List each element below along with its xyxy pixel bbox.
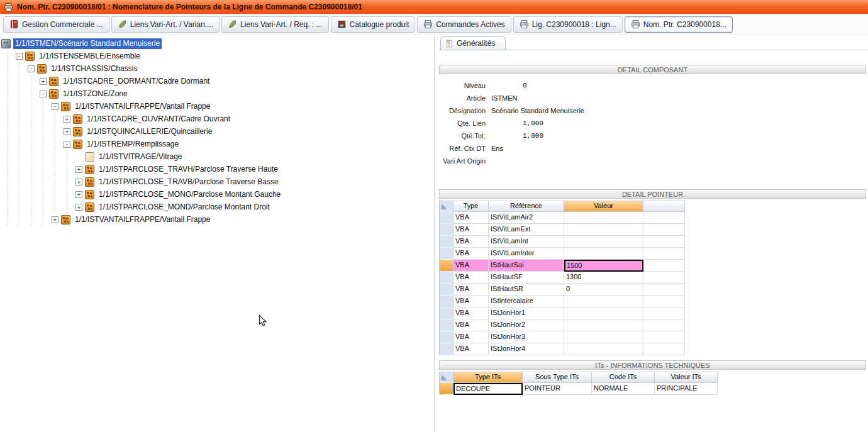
tree-item[interactable]: -1/1/ISTVANTAILFRAPPE/Vantail Frappe bbox=[1, 100, 434, 113]
pointer-valeur-cell[interactable] bbox=[564, 236, 643, 248]
tree-item[interactable]: 1/1/ISTVITRAGE/Vitrage bbox=[1, 150, 434, 163]
its-cell[interactable]: DECOUPE bbox=[453, 383, 523, 395]
pointer-type-cell[interactable]: VBA bbox=[453, 331, 489, 343]
pointer-valeur-cell[interactable] bbox=[564, 319, 643, 331]
expand-plus-icon[interactable]: + bbox=[40, 78, 47, 85]
pointer-valeur-cell[interactable] bbox=[564, 224, 643, 236]
row-selector[interactable] bbox=[440, 296, 453, 307]
column-header-valeur-its[interactable]: Valeur ITs bbox=[655, 372, 718, 383]
tab-liens-vari-art-variantes[interactable]: Liens Vari-Art. / Varian.... bbox=[111, 16, 220, 33]
collapse-minus-icon[interactable]: - bbox=[16, 53, 23, 60]
pointer-reference-cell[interactable]: IStVitLamExt bbox=[489, 224, 564, 236]
pointer-type-cell[interactable]: VBA bbox=[453, 284, 489, 296]
expand-plus-icon[interactable]: + bbox=[52, 216, 58, 223]
pointer-type-cell[interactable]: VBA bbox=[453, 236, 489, 248]
tab-liens-vari-art-req[interactable]: Liens Vari-Art. / Req. : ... bbox=[221, 16, 329, 33]
pointer-type-cell[interactable]: VBA bbox=[453, 343, 489, 355]
tree-item[interactable]: -1/1/ISTENSEMBLE/Ensemble bbox=[1, 50, 434, 62]
pointer-reference-cell[interactable]: IStJonHor4 bbox=[489, 343, 564, 355]
tree-item[interactable]: -1/1/ISTZONE/Zone bbox=[1, 87, 434, 100]
its-cell[interactable]: NORMALE bbox=[592, 383, 655, 395]
pointer-type-cell[interactable]: VBA bbox=[453, 212, 489, 224]
field-row: Réf. Ctx DTEns bbox=[439, 142, 868, 155]
tree-item[interactable]: +1/1/ISTVANTAILFRAPPE/Vantail Frappe bbox=[1, 213, 434, 226]
tab-nom-ptr-c230900018[interactable]: Nom. Ptr. C230900018... bbox=[625, 16, 733, 33]
tab-catalogue-produit[interactable]: Catalogue produit bbox=[331, 16, 416, 33]
pointer-reference-cell[interactable]: IStJonHor2 bbox=[489, 319, 564, 331]
pointer-type-cell[interactable]: VBA bbox=[453, 296, 489, 307]
expand-plus-icon[interactable]: + bbox=[75, 179, 82, 186]
row-selector[interactable] bbox=[440, 212, 453, 224]
pointer-valeur-cell[interactable]: 0 bbox=[564, 284, 643, 296]
column-header-code-its[interactable]: Code ITs bbox=[592, 372, 655, 383]
pointer-reference-cell[interactable]: IStVitLamInter bbox=[489, 248, 564, 260]
row-selector[interactable] bbox=[440, 284, 453, 296]
column-header-sous-type-its[interactable]: Sous Type ITs bbox=[523, 372, 592, 383]
tab-gestion-commerciale[interactable]: Gestion Commerciale ... bbox=[3, 16, 109, 33]
tree-item[interactable]: +1/1/ISTPARCLOSE_TRAVB/Parclose Traverse… bbox=[1, 175, 434, 188]
expand-plus-icon[interactable]: + bbox=[64, 116, 70, 123]
tree-item[interactable]: +1/1/ISTCADRE_DORMANT/Cadre Dormant bbox=[1, 75, 434, 87]
column-header-type-its[interactable]: Type ITs bbox=[453, 372, 523, 383]
row-selector[interactable] bbox=[440, 307, 453, 319]
pointer-reference-cell[interactable]: IStHautSai bbox=[489, 260, 564, 272]
column-header-r-f-rence[interactable]: Référence bbox=[489, 201, 564, 212]
pointer-reference-cell[interactable]: IStVitLamInt bbox=[489, 236, 564, 248]
pointer-reference-cell[interactable]: IStHautSR bbox=[489, 284, 564, 296]
column-header-type[interactable]: Type bbox=[453, 201, 489, 212]
tree-item[interactable]: -1/1/ISTCHASSIS/Chassis bbox=[1, 62, 434, 75]
tree-item[interactable]: +1/1/ISTPARCLOSE_MONG/Parclose Montant G… bbox=[1, 188, 434, 201]
collapse-minus-icon[interactable]: - bbox=[64, 141, 70, 148]
row-selector[interactable] bbox=[440, 331, 453, 343]
pointer-type-cell[interactable]: VBA bbox=[453, 260, 489, 272]
tree-item[interactable]: +1/1/ISTQUINCAILLERIE/Quincaillerie bbox=[1, 125, 434, 138]
tree-item[interactable]: +1/1/ISTPARCLOSE_TRAVH/Parclose Traverse… bbox=[1, 163, 434, 175]
pointer-type-cell[interactable]: VBA bbox=[453, 307, 489, 319]
collapse-minus-icon[interactable]: - bbox=[52, 103, 58, 110]
its-cell[interactable]: POINTEUR bbox=[523, 383, 592, 395]
row-selector[interactable] bbox=[440, 260, 453, 272]
tree-item[interactable]: 1/1/ISTMEN/Scénario Standard Menuiserie bbox=[1, 37, 434, 50]
pointer-type-cell[interactable]: VBA bbox=[453, 224, 489, 236]
indent-guide bbox=[1, 87, 13, 100]
collapse-minus-icon[interactable]: - bbox=[28, 65, 35, 72]
expand-plus-icon[interactable]: + bbox=[75, 191, 82, 198]
tree-item[interactable]: -1/1/ISTREMP/Remplissage bbox=[1, 138, 434, 150]
row-selector[interactable] bbox=[440, 343, 453, 355]
pointer-type-cell[interactable]: VBA bbox=[453, 248, 489, 260]
column-header-valeur[interactable]: Valeur bbox=[564, 201, 643, 212]
expand-plus-icon[interactable]: + bbox=[75, 204, 82, 211]
pointer-type-cell[interactable]: VBA bbox=[453, 272, 489, 284]
pointer-type-cell[interactable]: VBA bbox=[453, 319, 489, 331]
tree-item[interactable]: +1/1/ISTCADRE_OUVRANT/Cadre Ouvrant bbox=[1, 113, 434, 125]
pointer-valeur-cell[interactable] bbox=[564, 296, 643, 307]
pointer-valeur-cell[interactable] bbox=[564, 307, 643, 319]
collapse-minus-icon[interactable]: - bbox=[40, 91, 47, 97]
row-selector[interactable] bbox=[440, 319, 453, 331]
row-selector[interactable] bbox=[440, 272, 453, 284]
pointer-reference-cell[interactable]: IStJonHor1 bbox=[489, 307, 564, 319]
tab-lig-c230900018[interactable]: Lig. C230900018 : Lign... bbox=[513, 16, 623, 33]
pointer-valeur-cell[interactable]: 1300 bbox=[564, 272, 643, 284]
pointer-valeur-cell[interactable] bbox=[564, 343, 643, 355]
select-all-corner[interactable] bbox=[440, 201, 453, 212]
pointer-reference-cell[interactable]: IStHautSF bbox=[489, 272, 564, 284]
pointer-reference-cell[interactable]: IStJonHor3 bbox=[489, 331, 564, 343]
its-cell[interactable]: PRINCIPALE bbox=[655, 383, 718, 395]
pointer-valeur-cell[interactable] bbox=[564, 248, 643, 260]
tab-commandes-actives[interactable]: Commandes Actives bbox=[417, 16, 511, 33]
pointer-reference-cell[interactable]: IStIntercalaire bbox=[489, 296, 564, 307]
expand-plus-icon[interactable]: + bbox=[75, 166, 82, 173]
tab-generalites[interactable]: Généralités bbox=[440, 36, 506, 50]
select-all-corner[interactable] bbox=[440, 372, 453, 383]
row-selector[interactable] bbox=[440, 236, 453, 248]
expand-plus-icon[interactable]: + bbox=[64, 128, 70, 135]
pointer-valeur-cell[interactable] bbox=[564, 212, 643, 224]
tree-item[interactable]: +1/1/ISTPARCLOSE_MOND/Parclose Montant D… bbox=[1, 201, 434, 213]
pointer-valeur-cell[interactable] bbox=[564, 331, 643, 343]
pointer-valeur-cell-focused[interactable]: 1500 bbox=[564, 260, 643, 272]
row-selector[interactable] bbox=[440, 248, 453, 260]
row-selector[interactable] bbox=[440, 224, 453, 236]
row-selector[interactable] bbox=[440, 383, 453, 395]
pointer-reference-cell[interactable]: IStVitLamAir2 bbox=[489, 212, 564, 224]
